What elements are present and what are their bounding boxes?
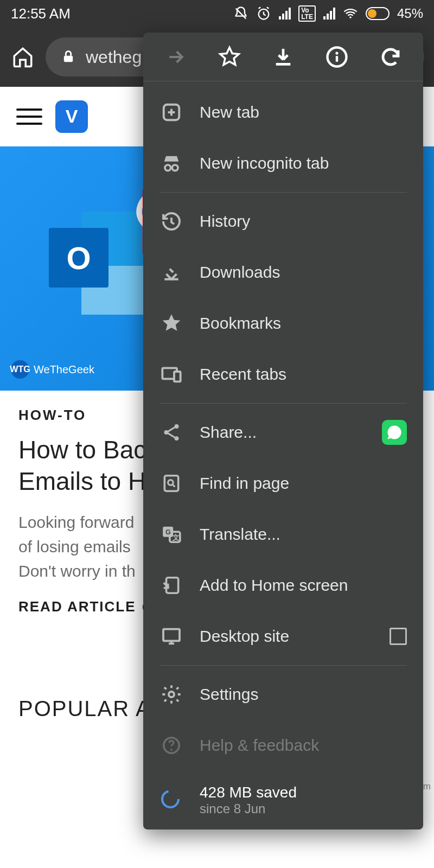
url-text: wetheg bbox=[86, 47, 142, 67]
menu-separator bbox=[159, 403, 407, 404]
svg-point-6 bbox=[165, 165, 171, 171]
menu-item-bookmarks[interactable]: Bookmarks bbox=[143, 298, 423, 349]
reload-button[interactable] bbox=[374, 41, 407, 73]
help-icon bbox=[159, 733, 183, 757]
devices-icon bbox=[159, 362, 183, 386]
svg-point-7 bbox=[172, 165, 178, 171]
forward-button[interactable] bbox=[159, 41, 192, 73]
alarm-icon bbox=[256, 6, 271, 21]
whatsapp-icon bbox=[382, 420, 407, 445]
bookmark-button[interactable] bbox=[213, 41, 246, 73]
data-saved-since: since 8 Jun bbox=[200, 801, 297, 816]
menu-item-recent-tabs[interactable]: Recent tabs bbox=[143, 349, 423, 400]
lock-icon bbox=[61, 49, 76, 65]
svg-rect-13 bbox=[164, 476, 178, 492]
download-button[interactable] bbox=[267, 41, 299, 73]
menu-item-incognito[interactable]: New incognito tab bbox=[143, 138, 423, 189]
menu-separator bbox=[159, 192, 407, 193]
data-saver-icon bbox=[159, 788, 183, 812]
menu-item-help[interactable]: Help & feedback bbox=[143, 720, 423, 771]
svg-rect-20 bbox=[163, 629, 180, 641]
menu-item-share[interactable]: Share... bbox=[143, 407, 423, 458]
data-saved-amount: 428 MB saved bbox=[200, 784, 297, 801]
desktop-icon bbox=[159, 624, 183, 648]
browser-menu: New tab New incognito tab History Downlo… bbox=[143, 33, 423, 829]
signal-1-icon bbox=[279, 8, 291, 20]
star-icon bbox=[218, 46, 241, 68]
menu-separator bbox=[159, 665, 407, 666]
home-icon bbox=[11, 46, 34, 68]
incognito-icon bbox=[159, 151, 183, 175]
svg-point-4 bbox=[336, 52, 339, 54]
gear-icon bbox=[159, 682, 183, 706]
status-icons: VoLTE 45% bbox=[233, 5, 423, 22]
desktop-site-checkbox[interactable] bbox=[390, 628, 407, 645]
wifi-icon bbox=[343, 6, 358, 21]
status-time: 12:55 AM bbox=[11, 5, 233, 22]
svg-text:文: 文 bbox=[172, 533, 180, 541]
signal-2-icon bbox=[323, 8, 335, 20]
add-home-icon bbox=[159, 573, 183, 597]
status-bar: 12:55 AM VoLTE 45% bbox=[0, 0, 434, 27]
menu-item-history[interactable]: History bbox=[143, 196, 423, 247]
svg-point-23 bbox=[170, 749, 173, 751]
site-logo[interactable]: V bbox=[55, 100, 88, 133]
history-icon bbox=[159, 209, 183, 233]
svg-text:G: G bbox=[165, 528, 171, 536]
menu-item-downloads[interactable]: Downloads bbox=[143, 247, 423, 298]
home-button[interactable] bbox=[10, 44, 36, 70]
svg-point-24 bbox=[162, 791, 178, 807]
downloads-icon bbox=[159, 260, 183, 284]
menu-item-add-home[interactable]: Add to Home screen bbox=[143, 560, 423, 611]
share-icon bbox=[159, 420, 183, 444]
info-icon bbox=[326, 46, 348, 68]
hamburger-button[interactable] bbox=[16, 104, 42, 130]
svg-point-21 bbox=[169, 692, 174, 697]
find-icon bbox=[159, 471, 183, 495]
info-button[interactable] bbox=[321, 41, 353, 73]
menu-item-desktop-site[interactable]: Desktop site bbox=[143, 611, 423, 662]
new-tab-icon bbox=[159, 100, 183, 124]
menu-item-translate[interactable]: G文 Translate... bbox=[143, 509, 423, 560]
svg-point-1 bbox=[349, 16, 352, 18]
translate-icon: G文 bbox=[159, 522, 183, 546]
mute-icon bbox=[233, 6, 248, 21]
data-saver-summary[interactable]: 428 MB saved since 8 Jun bbox=[143, 776, 423, 829]
menu-item-new-tab[interactable]: New tab bbox=[143, 87, 423, 138]
bookmarks-icon bbox=[159, 311, 183, 335]
menu-toolbar bbox=[143, 33, 423, 81]
reload-icon bbox=[379, 46, 402, 68]
battery-percent: 45% bbox=[397, 6, 423, 21]
menu-item-settings[interactable]: Settings bbox=[143, 669, 423, 720]
arrow-forward-icon bbox=[165, 46, 187, 68]
battery-icon bbox=[366, 7, 390, 20]
menu-item-find[interactable]: Find in page bbox=[143, 458, 423, 509]
watermark-brand: WTG WeTheGeek bbox=[11, 360, 94, 379]
svg-rect-2 bbox=[64, 56, 73, 62]
download-icon bbox=[272, 46, 294, 68]
svg-rect-9 bbox=[174, 372, 181, 381]
volte-icon: VoLTE bbox=[298, 5, 316, 22]
outlook-icon: O bbox=[49, 228, 108, 288]
